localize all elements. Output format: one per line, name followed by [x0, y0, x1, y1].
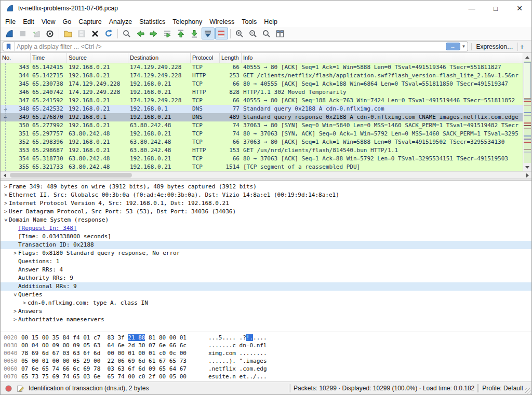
detail-line[interactable]: >Queries [1, 291, 531, 299]
save-file-button[interactable] [75, 28, 88, 39]
menu-edit[interactable]: Edit [19, 17, 38, 26]
menu-telephony[interactable]: Telephony [169, 17, 206, 26]
reload-button[interactable] [102, 28, 115, 39]
menu-statistics[interactable]: Statistics [136, 17, 169, 26]
resize-columns-button[interactable] [274, 28, 287, 39]
start-capture-button[interactable] [3, 28, 16, 39]
packet-row-354[interactable]: 35465.31873063.80.242.48192.168.0.21TCP6… [1, 155, 531, 163]
detail-line[interactable]: Transaction ID: 0x2188 [1, 241, 531, 249]
column-header-destination[interactable]: Destination [128, 53, 191, 63]
display-filter-field[interactable]: → ▼ [3, 42, 468, 51]
filter-history-dropdown-icon[interactable]: ▼ [462, 44, 466, 49]
go-back-button[interactable] [134, 28, 147, 39]
packet-row-355[interactable]: 35565.32173363.80.242.48192.168.0.21TCP1… [1, 163, 531, 171]
detail-line[interactable]: Questions: 1 [1, 257, 531, 266]
expanded-arrow-icon[interactable]: > [11, 292, 19, 298]
menu-tools[interactable]: Tools [238, 17, 260, 26]
zoom-out-button[interactable] [247, 28, 260, 39]
detail-line[interactable]: [Time: 0.034338000 seconds] [1, 233, 531, 241]
hscroll-left-arrow-icon[interactable] [1, 172, 9, 179]
detail-line[interactable]: Additional RRs: 9 [1, 282, 531, 291]
go-top-button[interactable] [175, 28, 188, 39]
colorize-button[interactable] [215, 28, 228, 39]
packet-list-vscrollbar[interactable] [523, 53, 531, 171]
packet-row-346[interactable]: 34665.240742174.129.249.228192.168.0.21H… [1, 88, 531, 97]
capture-comment-icon[interactable] [17, 385, 24, 392]
status-profile[interactable]: Profile: Default [482, 385, 523, 392]
hex-row[interactable]: 003000 04 00 09 00 09 05 63 64 6e 2d 30 … [1, 342, 531, 349]
packet-row-345[interactable]: 34565.230738174.129.249.228192.168.0.21T… [1, 80, 531, 88]
column-header-source[interactable]: Source [67, 53, 128, 63]
collapsed-arrow-icon[interactable]: > [3, 208, 9, 216]
menu-capture[interactable]: Capture [75, 17, 105, 26]
detail-line[interactable]: >Internet Protocol Version 4, Src: 192.1… [1, 199, 531, 208]
zoom-in-button[interactable] [233, 28, 246, 39]
detail-line[interactable]: [Request In: 348] [1, 224, 531, 233]
collapsed-arrow-icon[interactable]: > [12, 316, 18, 324]
collapsed-arrow-icon[interactable]: > [3, 191, 9, 199]
column-header-info[interactable]: Info [242, 53, 531, 63]
column-header-no[interactable]: No. [1, 53, 31, 63]
packet-list-hscrollbar[interactable] [1, 171, 531, 179]
detail-line[interactable]: >User Datagram Protocol, Src Port: 53 (5… [1, 208, 531, 216]
detail-line[interactable]: Answer RRs: 4 [1, 266, 531, 274]
go-forward-button[interactable] [148, 28, 161, 39]
auto-scroll-button[interactable] [202, 28, 215, 39]
menu-go[interactable]: Go [59, 17, 75, 26]
packet-row-344[interactable]: 34465.142715192.168.0.21174.129.249.228H… [1, 72, 531, 80]
collapsed-arrow-icon[interactable]: > [12, 307, 18, 316]
intelligent-scrollbar-minimap[interactable] [524, 61, 531, 163]
add-filter-button[interactable]: + [517, 43, 528, 51]
vscroll-up-arrow-icon[interactable] [523, 53, 531, 61]
detail-line[interactable]: Authority RRs: 9 [1, 274, 531, 282]
column-header-protocol[interactable]: Protocol [191, 53, 220, 63]
expanded-arrow-icon[interactable]: > [2, 217, 10, 223]
open-file-button[interactable] [62, 28, 75, 39]
detail-line[interactable]: >Ethernet II, Src: Globalsc_00:3b:0a (f0… [1, 191, 531, 199]
go-to-packet-button[interactable] [161, 28, 174, 39]
hscroll-right-arrow-icon[interactable] [523, 172, 531, 179]
maximize-button[interactable]: □ [484, 1, 508, 16]
collapsed-arrow-icon[interactable]: > [3, 183, 9, 191]
display-filter-input[interactable] [15, 43, 446, 50]
filter-bookmark-icon[interactable] [3, 42, 15, 51]
menu-file[interactable]: File [2, 17, 19, 26]
minimize-button[interactable]: — [460, 1, 484, 16]
hex-row[interactable]: 005005 00 01 00 00 05 29 00 22 06 69 6d … [1, 357, 531, 365]
detail-line[interactable]: >cdn-0.nflximg.com: type A, class IN [1, 299, 531, 307]
packet-row-349[interactable]: ←34965.276870192.168.0.1192.168.0.21DNS4… [1, 113, 531, 121]
packet-row-351[interactable]: 35165.29775763.80.242.48192.168.0.21TCP7… [1, 130, 531, 138]
collapsed-arrow-icon[interactable]: > [3, 199, 9, 208]
packet-row-343[interactable]: 34365.142415192.168.0.21174.129.249.228T… [1, 63, 531, 72]
find-packet-button[interactable] [121, 28, 134, 39]
hex-row[interactable]: 006007 6e 65 74 66 6c 69 78 03 63 6f 6d … [1, 365, 531, 373]
detail-line[interactable]: >Frame 349: 489 bytes on wire (3912 bits… [1, 183, 531, 191]
expert-info-icon[interactable] [5, 385, 12, 392]
restart-capture-button[interactable] [30, 28, 43, 39]
hex-row[interactable]: 002000 15 00 35 84 f4 01 c7 83 3f 21 88 … [1, 334, 531, 342]
hex-row[interactable]: 007065 73 75 69 74 65 03 6e 65 74 00 c0 … [1, 373, 531, 380]
stop-capture-button[interactable] [17, 28, 30, 39]
collapsed-arrow-icon[interactable]: > [21, 299, 28, 307]
close-button[interactable]: ✕ [508, 1, 531, 16]
apply-filter-button[interactable]: → [446, 43, 460, 50]
detail-line[interactable]: >Authoritative nameservers [1, 316, 531, 324]
column-header-length[interactable]: Length [220, 53, 242, 63]
zoom-reset-button[interactable] [260, 28, 273, 39]
vscroll-down-arrow-icon[interactable] [523, 163, 531, 171]
vscroll-thumb[interactable] [524, 62, 531, 100]
detail-line[interactable]: >Flags: 0x8180 Standard query response, … [1, 249, 531, 257]
packet-row-347[interactable]: 34765.241592192.168.0.21174.129.249.228T… [1, 97, 531, 105]
close-file-button[interactable] [89, 28, 102, 39]
menu-wireless[interactable]: Wireless [206, 17, 238, 26]
go-bottom-button[interactable] [188, 28, 201, 39]
hex-row[interactable]: 004078 69 6d 67 03 63 6f 6d 00 00 01 00 … [1, 349, 531, 357]
packet-row-352[interactable]: 35265.298396192.168.0.2163.80.242.48TCP6… [1, 138, 531, 146]
expression-button[interactable]: Expression… [471, 43, 517, 50]
capture-options-button[interactable] [44, 28, 57, 39]
packet-row-350[interactable]: 35065.277992192.168.0.2163.80.242.48TCP7… [1, 121, 531, 130]
resize-grip[interactable] [525, 388, 531, 394]
packet-row-348[interactable]: →34865.242532192.168.0.21192.168.0.1DNS7… [1, 105, 531, 113]
hscroll-thumb[interactable] [10, 173, 132, 178]
column-header-time[interactable]: Time [31, 53, 67, 63]
